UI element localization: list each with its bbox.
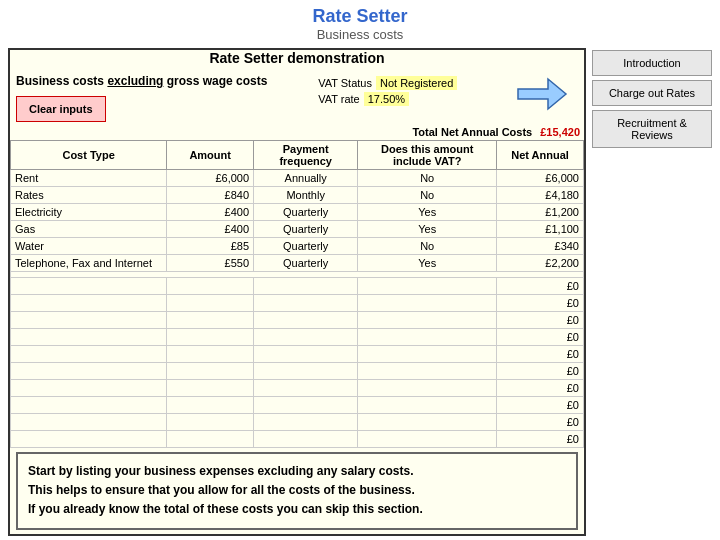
vat-rate-value: 17.50% [364,92,409,106]
info-line2: This helps to ensure that you allow for … [28,481,566,500]
cell-net: £2,200 [497,255,584,272]
table-row[interactable]: £0 [11,278,584,295]
sidebar-btn-charge-rates[interactable]: Charge out Rates [592,80,712,106]
cell-freq [254,329,358,346]
cell-vat [358,295,497,312]
cell-net: £6,000 [497,170,584,187]
vat-status-value: Not Registered [376,76,457,90]
cell-amount: £400 [167,204,254,221]
cell-freq [254,278,358,295]
table-row[interactable]: £0 [11,414,584,431]
cell-net: £4,180 [497,187,584,204]
cell-amount [167,312,254,329]
cell-type [11,278,167,295]
col-header-type: Cost Type [11,141,167,170]
totals-label: Total Net Annual Costs [412,126,532,138]
cell-vat [358,329,497,346]
cell-freq [254,295,358,312]
cell-vat: No [358,187,497,204]
cell-vat [358,380,497,397]
svg-marker-0 [518,79,566,109]
info-box: Start by listing your business expenses … [16,452,578,530]
cell-amount [167,380,254,397]
page-title: Rate Setter [0,6,720,27]
business-costs-label: Business costs excluding gross wage cost… [16,74,267,88]
cell-net: £0 [497,397,584,414]
table-row[interactable]: £0 [11,312,584,329]
table-row[interactable]: £0 [11,295,584,312]
cell-amount [167,431,254,448]
col-header-vat: Does this amount include VAT? [358,141,497,170]
table-row[interactable]: Water £85 Quarterly No £340 [11,238,584,255]
cell-amount [167,414,254,431]
cell-type [11,346,167,363]
cell-vat [358,346,497,363]
sidebar-btn-introduction[interactable]: Introduction [592,50,712,76]
cell-vat [358,363,497,380]
cell-freq [254,312,358,329]
sidebar-btn-recruitment[interactable]: Recruitment & Reviews [592,110,712,148]
cell-vat: No [358,238,497,255]
cell-type [11,363,167,380]
table-row[interactable]: £0 [11,329,584,346]
cell-net: £0 [497,363,584,380]
cell-freq [254,363,358,380]
cell-vat [358,414,497,431]
arrow-icon [508,74,568,114]
table-row[interactable]: Rent £6,000 Annually No £6,000 [11,170,584,187]
cell-type [11,329,167,346]
cell-amount: £400 [167,221,254,238]
cell-amount [167,397,254,414]
cell-net: £0 [497,278,584,295]
cell-vat [358,312,497,329]
cell-freq: Quarterly [254,238,358,255]
cell-net: £0 [497,431,584,448]
cell-amount [167,295,254,312]
table-row[interactable]: Telephone, Fax and Internet £550 Quarter… [11,255,584,272]
cell-freq: Annually [254,170,358,187]
cell-net: £0 [497,346,584,363]
costs-table: Cost Type Amount Payment frequency Does … [10,140,584,448]
page-subtitle: Business costs [0,27,720,42]
cell-type [11,414,167,431]
cell-type: Rates [11,187,167,204]
cell-net: £0 [497,380,584,397]
cell-amount [167,346,254,363]
cell-vat [358,397,497,414]
table-row[interactable]: £0 [11,346,584,363]
cell-freq [254,346,358,363]
cell-freq [254,431,358,448]
cell-net: £1,200 [497,204,584,221]
cell-freq [254,397,358,414]
clear-inputs-button[interactable]: Clear inputs [16,96,106,122]
table-row[interactable]: Gas £400 Quarterly Yes £1,100 [11,221,584,238]
cell-type: Gas [11,221,167,238]
cell-amount: £550 [167,255,254,272]
cell-vat: Yes [358,204,497,221]
table-row[interactable]: £0 [11,397,584,414]
cell-amount: £85 [167,238,254,255]
cell-freq: Quarterly [254,255,358,272]
cell-freq: Monthly [254,187,358,204]
cell-type: Electricity [11,204,167,221]
table-row[interactable]: £0 [11,380,584,397]
cell-vat: Yes [358,221,497,238]
cell-type [11,312,167,329]
cell-net: £0 [497,414,584,431]
info-line1: Start by listing your business expenses … [28,462,566,481]
table-row[interactable]: Rates £840 Monthly No £4,180 [11,187,584,204]
cell-freq: Quarterly [254,204,358,221]
table-row[interactable]: £0 [11,363,584,380]
cell-type: Water [11,238,167,255]
cell-amount [167,278,254,295]
cell-freq [254,414,358,431]
totals-value: £15,420 [540,126,580,138]
table-row[interactable]: £0 [11,431,584,448]
cell-net: £0 [497,295,584,312]
col-header-amount: Amount [167,141,254,170]
col-header-net: Net Annual [497,141,584,170]
table-row[interactable]: Electricity £400 Quarterly Yes £1,200 [11,204,584,221]
cell-net: £0 [497,329,584,346]
cell-vat [358,278,497,295]
cell-vat: No [358,170,497,187]
